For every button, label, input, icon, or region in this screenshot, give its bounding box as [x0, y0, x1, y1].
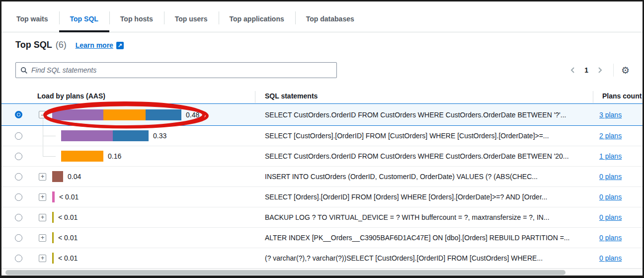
row-select-radio[interactable] [15, 214, 22, 221]
column-header-plans: Plans count [593, 92, 643, 100]
plans-count-link[interactable]: 0 plans [599, 234, 622, 242]
previous-page-button[interactable] [568, 65, 578, 75]
plans-count-link[interactable]: 0 plans [599, 173, 622, 181]
plans-cell: 2 plans [593, 131, 643, 140]
expand-toggle-icon[interactable]: + [39, 234, 46, 242]
load-cell: + < 0.01 [32, 248, 255, 268]
expand-toggle-icon[interactable]: + [39, 255, 46, 262]
table-row: + < 0.01 BACKUP LOG ? TO VIRTUAL_DEVICE … [1, 207, 643, 228]
sql-statement-text[interactable]: (? varchar(?),? varchar(?))SELECT [CustO… [265, 254, 543, 263]
row-select-radio[interactable] [15, 111, 22, 118]
sql-cell: SELECT [Orders].[OrderID] FROM [Orders] … [255, 192, 593, 201]
load-bar-segment [52, 109, 103, 120]
load-bar-wrap: 0.48 [52, 109, 199, 120]
gear-icon: ⚙ [621, 65, 630, 76]
row-select-radio[interactable] [15, 153, 22, 160]
table-row: 0.33 SELECT [CustOrders].[OrderID] FROM … [1, 126, 643, 146]
sql-cell: SELECT [CustOrders].[OrderID] FROM [Cust… [255, 131, 593, 140]
load-cell: 0.33 [32, 126, 255, 146]
sql-statement-text[interactable]: INSERT INTO CustOrders (OrderID, Custome… [265, 173, 538, 181]
load-cell: + < 0.01 [32, 228, 255, 248]
load-bar [52, 212, 54, 223]
expand-toggle-icon[interactable]: + [39, 173, 46, 181]
load-bar [52, 191, 55, 202]
row-select-radio[interactable] [15, 255, 22, 262]
aas-value: < 0.01 [58, 213, 78, 221]
search-box[interactable] [15, 62, 337, 78]
horizontal-scrollbar[interactable] [1, 269, 643, 276]
row-select-cell [1, 214, 32, 221]
load-bar-segment [61, 130, 113, 141]
row-select-radio[interactable] [15, 234, 22, 242]
table-header: Load by plans (AAS) SQL statements Plans… [1, 89, 643, 103]
chevron-left-icon [569, 66, 577, 74]
row-select-cell [1, 132, 32, 140]
plans-count-link[interactable]: 1 plans [599, 152, 622, 160]
tree-line [43, 156, 56, 157]
column-header-load: Load by plans (AAS) [1, 92, 255, 100]
load-cell: + 0.04 [32, 167, 255, 186]
tree-line [43, 119, 43, 125]
plans-count-link[interactable]: 0 plans [599, 254, 622, 262]
plans-cell: 0 plans [593, 254, 643, 263]
row-select-radio[interactable] [15, 173, 22, 181]
tab-top-databases[interactable]: Top databases [295, 6, 365, 32]
page-title: Top SQL [15, 40, 52, 50]
sql-statement-text[interactable]: ALTER INDEX [PK__Orders__C3905BAF6D1AC47… [265, 234, 570, 242]
plans-count-link[interactable]: 3 plans [599, 111, 622, 119]
sql-statement-text[interactable]: SELECT CustOrders.OrderID FROM CustOrder… [265, 152, 569, 161]
load-bar-wrap: < 0.01 [52, 232, 78, 243]
plans-count-link[interactable]: 0 plans [599, 213, 622, 221]
tab-top-sql[interactable]: Top SQL [59, 6, 109, 32]
aas-value: < 0.01 [59, 193, 79, 201]
aas-value: 0.04 [68, 173, 81, 181]
result-count: (6) [56, 40, 67, 50]
tab-label: Top waits [16, 15, 48, 23]
expand-toggle-icon[interactable]: + [39, 214, 46, 221]
panel-header: Top SQL (6) Learn more ↗ [15, 40, 643, 52]
load-cell: 0.16 [32, 146, 255, 166]
sql-cell: INSERT INTO CustOrders (OrderID, Custome… [255, 172, 593, 181]
table-row: + < 0.01 ALTER INDEX [PK__Orders__C3905B… [1, 228, 643, 248]
plans-cell: 0 plans [593, 233, 643, 242]
settings-button[interactable]: ⚙ [621, 66, 630, 75]
learn-more-link[interactable]: Learn more ↗ [76, 41, 124, 49]
row-select-radio[interactable] [15, 193, 22, 201]
expand-toggle-icon[interactable]: − [39, 111, 46, 118]
load-bar-wrap: < 0.01 [52, 212, 78, 223]
tab-top-hosts[interactable]: Top hosts [109, 6, 164, 32]
load-bar-segment [52, 171, 63, 182]
tab-top-applications[interactable]: Top applications [219, 6, 295, 32]
table-row: + 0.04 INSERT INTO CustOrders (OrderID, … [1, 167, 643, 187]
next-page-button[interactable] [595, 65, 605, 75]
load-bar-segment [52, 212, 54, 223]
load-bar-segment [52, 253, 54, 264]
load-cell: − 0.48 [32, 104, 255, 125]
chevron-right-icon [596, 66, 604, 74]
load-bar-segment [103, 109, 146, 120]
aas-value: < 0.01 [58, 234, 78, 242]
sql-statement-text[interactable]: SELECT [Orders].[OrderID] FROM [Orders] … [265, 193, 547, 201]
plans-count-link[interactable]: 0 plans [599, 193, 622, 201]
sql-statement-text[interactable]: SELECT CustOrders.OrderID FROM CustOrder… [265, 111, 566, 119]
tab-top-users[interactable]: Top users [164, 6, 219, 32]
load-bar [52, 109, 181, 120]
sql-statement-text[interactable]: BACKUP LOG ? TO VIRTUAL_DEVICE = ? WITH … [265, 213, 550, 222]
table-row: − 0.48 SELECT CustOrders.OrderID FROM Cu… [1, 103, 643, 126]
scrollbar-thumb[interactable] [5, 270, 565, 275]
sql-cell: BACKUP LOG ? TO VIRTUAL_DEVICE = ? WITH … [255, 213, 593, 222]
aas-value: 0.48 [186, 111, 199, 119]
aas-value: 0.16 [108, 152, 121, 160]
plans-count-link[interactable]: 2 plans [599, 132, 622, 140]
load-bar-segment [146, 109, 181, 120]
tab-label: Top SQL [70, 15, 98, 23]
expand-toggle-icon[interactable]: + [39, 193, 46, 201]
external-link-icon: ↗ [116, 42, 124, 49]
tab-top-waits[interactable]: Top waits [5, 6, 59, 32]
sql-statement-text[interactable]: SELECT [CustOrders].[OrderID] FROM [Cust… [265, 132, 549, 140]
load-bar-wrap: < 0.01 [52, 191, 79, 202]
search-input[interactable] [31, 66, 332, 74]
aas-value: < 0.01 [58, 254, 78, 262]
row-select-radio[interactable] [15, 132, 22, 140]
load-bar-wrap: 0.33 [61, 130, 166, 141]
